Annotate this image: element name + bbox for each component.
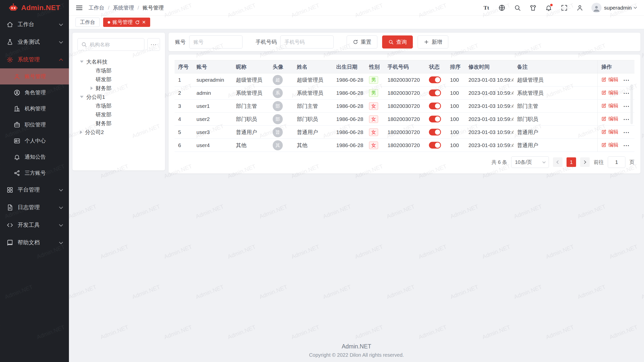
refresh-icon[interactable] (135, 20, 140, 25)
col-birth: 出生日期 (333, 60, 366, 73)
tab-workbench[interactable]: 工作台 (75, 18, 100, 27)
prev-page-button[interactable] (553, 157, 562, 167)
cell-birth: 1986-06-28 (333, 73, 366, 86)
breadcrumb-system-management[interactable]: 系统管理 (113, 4, 134, 11)
org-search (77, 38, 144, 51)
account-input[interactable] (189, 35, 243, 49)
org-search-input[interactable] (77, 38, 144, 51)
edit-button[interactable]: 编辑 (601, 115, 618, 122)
notification-button[interactable] (545, 4, 553, 12)
search-button[interactable] (513, 4, 521, 12)
status-toggle[interactable] (429, 116, 441, 122)
breadcrumb-workbench[interactable]: 工作台 (89, 4, 104, 11)
caret-down-icon[interactable] (80, 96, 84, 98)
tab-account-management[interactable]: 账号管理 × (103, 18, 150, 27)
edit-button[interactable]: 编辑 (601, 76, 618, 83)
profile-button[interactable] (576, 4, 584, 12)
cell-phone: 18020030720 (384, 73, 425, 86)
tree-node[interactable]: 财务部 (77, 84, 160, 93)
cell-phone: 18020030720 (384, 139, 425, 152)
next-page-button[interactable] (580, 157, 590, 167)
caret-down-icon[interactable] (80, 61, 84, 63)
more-actions-button[interactable]: ··· (623, 143, 630, 149)
tree-node[interactable]: 市场部 (77, 66, 160, 75)
font-size-button[interactable]: Tt (482, 4, 490, 12)
tree-node[interactable]: 研发部 (77, 110, 160, 119)
caret-right-icon[interactable] (80, 130, 82, 134)
more-actions-button[interactable]: ··· (623, 90, 630, 97)
tree-node[interactable]: 研发部 (77, 75, 160, 84)
chevron-down-icon (59, 187, 63, 191)
reset-button[interactable]: 重置 (347, 35, 377, 49)
fullscreen-icon (561, 4, 568, 11)
sidebar-item-personal-center[interactable]: 个人中心 (0, 133, 69, 149)
theme-button[interactable] (529, 4, 537, 12)
cell-account: admin (193, 86, 232, 100)
cell-birth: 1986-06-28 (333, 86, 366, 100)
account-table: 序号 账号 昵称 头像 姓名 出生日期 性别 手机号码 状态 排序 修改时间 备… (175, 60, 634, 152)
flask-icon (7, 39, 13, 46)
sidebar-item-role-management[interactable]: 角色管理 (0, 84, 69, 101)
table-scrollbar[interactable] (630, 84, 633, 124)
edit-button[interactable]: 编辑 (601, 89, 618, 96)
sidebar-item-label: 账号管理 (25, 73, 46, 80)
cell-remark: 普通用户 (513, 139, 597, 152)
phone-input[interactable] (280, 35, 334, 49)
language-button[interactable] (498, 4, 506, 12)
logo[interactable]: Admin.NET (0, 0, 69, 16)
sidebar-item-notice[interactable]: 通知公告 (0, 149, 69, 165)
edit-button[interactable]: 编辑 (601, 128, 618, 135)
page-1-button[interactable]: 1 (567, 157, 576, 167)
more-actions-button[interactable]: ··· (623, 116, 630, 123)
edit-button[interactable]: 编辑 (601, 142, 618, 148)
breadcrumb-account-management: 账号管理 (143, 4, 164, 11)
sidebar-item-third-party-account[interactable]: 三方账号 (0, 165, 69, 181)
tree-node[interactable]: 市场部 (77, 101, 160, 110)
gear-icon (7, 56, 13, 63)
goto-page-input[interactable] (608, 156, 625, 168)
tree-node[interactable]: 分公司2 (77, 128, 160, 137)
close-icon[interactable]: × (142, 19, 146, 25)
account-label: 账号 (175, 38, 186, 46)
col-name: 姓名 (293, 60, 333, 73)
sidebar-item-platform-management[interactable]: 平台管理 (0, 181, 69, 199)
sidebar-item-position-management[interactable]: 职位管理 (0, 117, 69, 133)
goto-label: 前往 (594, 159, 604, 166)
sidebar-item-org-management[interactable]: 机构管理 (0, 101, 69, 117)
status-toggle[interactable] (429, 89, 441, 96)
hamburger-menu-icon[interactable] (75, 4, 83, 12)
status-toggle[interactable] (429, 103, 441, 109)
tree-node[interactable]: 分公司1 (77, 93, 160, 101)
chevron-down-icon (59, 39, 63, 43)
sidebar-item-account-management[interactable]: 账号管理 (0, 68, 69, 84)
gender-badge: 男 (369, 76, 378, 84)
sidebar-item-label: 业务测试 (18, 38, 40, 46)
gender-badge: 男 (369, 89, 378, 97)
chevron-down-icon (59, 222, 63, 227)
more-actions-button[interactable]: ··· (623, 129, 630, 136)
sidebar-item-dev-tools[interactable]: 开发工具 (0, 216, 69, 234)
tree-node[interactable]: 大名科技 (77, 57, 160, 66)
status-toggle[interactable] (429, 142, 441, 149)
status-toggle[interactable] (429, 76, 441, 83)
sidebar-item-workbench[interactable]: 工作台 (0, 16, 69, 33)
more-actions-button[interactable]: ··· (623, 77, 630, 83)
page-size-select[interactable]: 10条/页 (511, 156, 549, 168)
cell-sort: 100 (447, 126, 465, 139)
status-toggle[interactable] (429, 129, 441, 135)
tree-node[interactable]: 财务部 (77, 119, 160, 128)
sidebar-item-system-management[interactable]: 系统管理 (0, 51, 69, 68)
sidebar-item-log-management[interactable]: 日志管理 (0, 199, 69, 216)
sidebar-item-business-test[interactable]: 业务测试 (0, 33, 69, 51)
org-more-button[interactable]: ... (147, 38, 160, 51)
search-icon (81, 41, 87, 48)
sidebar-item-help-docs[interactable]: 帮助文档 (0, 234, 69, 251)
more-actions-button[interactable]: ··· (623, 103, 630, 110)
user-menu[interactable]: superadmin (591, 3, 636, 13)
edit-button[interactable]: 编辑 (601, 102, 618, 109)
add-button[interactable]: 新增 (418, 35, 448, 49)
search-button[interactable]: 查询 (382, 35, 413, 49)
sidebar-item-label: 开发工具 (18, 221, 40, 229)
caret-right-icon[interactable] (91, 86, 93, 90)
fullscreen-button[interactable] (560, 4, 568, 12)
